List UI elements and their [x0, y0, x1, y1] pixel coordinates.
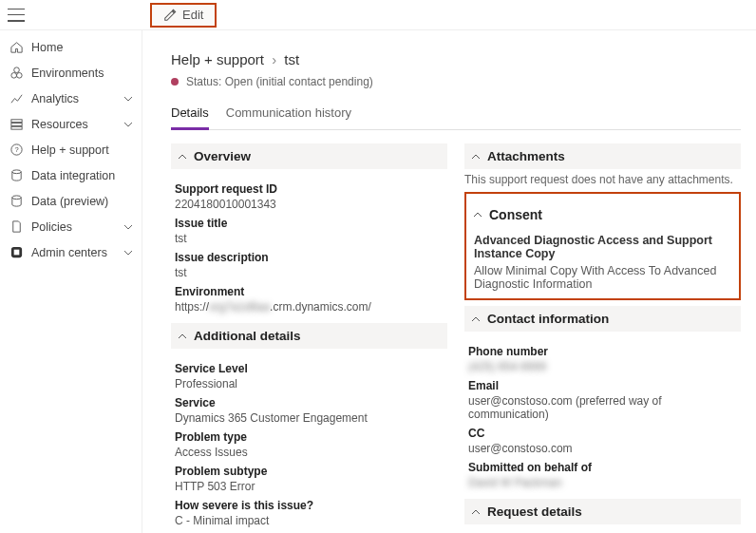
section-overview-header[interactable]: Overview	[171, 143, 447, 169]
section-title: Attachments	[487, 149, 565, 163]
field-label: Support request ID	[175, 182, 444, 196]
section-consent-header[interactable]: Consent	[470, 201, 735, 228]
data-preview-icon	[9, 194, 24, 208]
sidebar-item-policies[interactable]: Policies	[0, 214, 142, 239]
section-title: Overview	[194, 149, 251, 163]
status-dot-icon	[171, 78, 179, 86]
field-label: Problem type	[175, 430, 444, 444]
tab-communication-history[interactable]: Communication history	[226, 105, 351, 129]
chevron-up-icon	[177, 331, 188, 342]
field-label: Problem subtype	[175, 465, 444, 478]
email: user@constoso.com (preferred way of comm…	[468, 394, 737, 421]
chevron-down-icon	[123, 93, 134, 105]
svg-point-2	[14, 67, 20, 73]
sidebar-item-resources[interactable]: Resources	[0, 111, 142, 137]
field-label: Phone number	[468, 345, 737, 358]
section-title: Request details	[487, 504, 582, 519]
svg-rect-11	[14, 250, 20, 256]
field-label: Environment	[175, 285, 444, 298]
policies-icon	[9, 219, 24, 234]
sidebar-item-label: Help + support	[31, 143, 109, 157]
consent-subtitle: Allow Minimal Copy With Access To Advanc…	[474, 264, 731, 291]
environments-icon	[9, 66, 24, 80]
section-attachments-header[interactable]: Attachments	[464, 143, 741, 169]
section-additional-header[interactable]: Additional details	[171, 323, 447, 349]
chevron-up-icon	[472, 209, 483, 220]
sidebar-item-label: Admin centers	[31, 246, 107, 259]
status-value: Open (initial contact pending)	[225, 75, 373, 88]
section-request-header[interactable]: Request details	[464, 499, 741, 524]
field-label: Service Level	[175, 362, 444, 375]
chevron-up-icon	[470, 506, 482, 518]
sidebar-item-analytics[interactable]: Analytics	[0, 86, 142, 111]
help-icon: ?	[9, 143, 24, 157]
main-content: Help + support › tst Status: Open (initi…	[142, 30, 756, 533]
svg-point-1	[17, 73, 23, 79]
pencil-icon	[163, 9, 177, 22]
sidebar-item-data-integration[interactable]: Data integration	[0, 162, 142, 188]
data-integration-icon	[9, 168, 24, 182]
sidebar-item-help-support[interactable]: ?Help + support	[0, 137, 142, 162]
section-title: Consent	[489, 207, 542, 222]
sidebar-item-label: Data (preview)	[31, 195, 108, 208]
breadcrumb-root[interactable]: Help + support	[171, 51, 264, 67]
chevron-down-icon	[123, 221, 134, 233]
field-label: Issue description	[175, 251, 444, 264]
attachments-empty: This support request does not have any a…	[464, 173, 741, 186]
chevron-up-icon	[177, 151, 188, 162]
svg-rect-4	[11, 124, 22, 126]
sidebar-item-environments[interactable]: Environments	[0, 60, 142, 86]
section-title: Additional details	[194, 329, 301, 343]
svg-text:?: ?	[14, 145, 18, 154]
severity: C - Minimal impact	[175, 514, 444, 527]
status-row: Status: Open (initial contact pending)	[171, 75, 741, 88]
section-title: Contact information	[487, 312, 609, 326]
sidebar-item-label: Environments	[31, 67, 104, 80]
phone-number: (425) 954-9999	[468, 360, 737, 373]
sidebar-item-admin-centers[interactable]: Admin centers	[0, 239, 142, 265]
issue-description: tst	[175, 266, 444, 279]
field-label: CC	[468, 427, 737, 440]
consent-callout: Consent Advanced Diagnostic Access and S…	[464, 192, 741, 300]
consent-title: Advanced Diagnostic Access and Support I…	[474, 234, 731, 260]
tabs: Details Communication history	[171, 105, 741, 130]
support-request-id: 2204180010001343	[175, 198, 444, 211]
breadcrumb-leaf: tst	[284, 51, 299, 67]
problem-type: Access Issues	[175, 446, 444, 459]
field-label: Email	[468, 379, 737, 392]
field-label: How severe is this issue?	[175, 499, 444, 512]
service-level: Professional	[175, 377, 444, 390]
svg-rect-5	[11, 126, 22, 129]
environment-url: https://org7a1d8aa.crm.dynamics.com/	[175, 300, 444, 314]
analytics-icon	[9, 91, 24, 105]
resources-icon	[9, 117, 24, 131]
sidebar-item-label: Data integration	[31, 169, 115, 182]
svg-point-0	[11, 73, 17, 79]
edit-button[interactable]: Edit	[150, 3, 217, 28]
chevron-up-icon	[470, 151, 482, 162]
field-label: Issue title	[175, 217, 444, 230]
tab-details[interactable]: Details	[171, 105, 209, 130]
field-label: Submitted on behalf of	[468, 461, 737, 474]
sidebar-item-label: Resources	[31, 118, 88, 131]
svg-point-8	[12, 170, 21, 174]
section-contact-header[interactable]: Contact information	[464, 306, 741, 332]
edit-label: Edit	[182, 8, 203, 22]
sidebar-item-label: Home	[31, 41, 63, 54]
svg-point-9	[12, 196, 21, 200]
status-label: Status:	[186, 75, 221, 88]
svg-rect-3	[11, 120, 22, 123]
chevron-up-icon	[470, 314, 482, 325]
chevron-right-icon: ›	[268, 51, 280, 67]
admin-centers-icon	[9, 245, 24, 259]
field-label: Service	[175, 396, 444, 409]
home-icon	[9, 40, 24, 54]
sidebar-item-data-preview[interactable]: Data (preview)	[0, 188, 142, 214]
service: Dynamics 365 Customer Engagement	[175, 411, 444, 425]
sidebar-item-home[interactable]: Home	[0, 34, 142, 60]
sidebar: Home Environments Analytics Resources ?H…	[0, 30, 142, 533]
submitted-on-behalf: David W Packman	[468, 476, 737, 489]
sidebar-item-label: Policies	[31, 220, 72, 234]
hamburger-menu[interactable]	[8, 9, 25, 22]
breadcrumb: Help + support › tst	[171, 40, 741, 75]
